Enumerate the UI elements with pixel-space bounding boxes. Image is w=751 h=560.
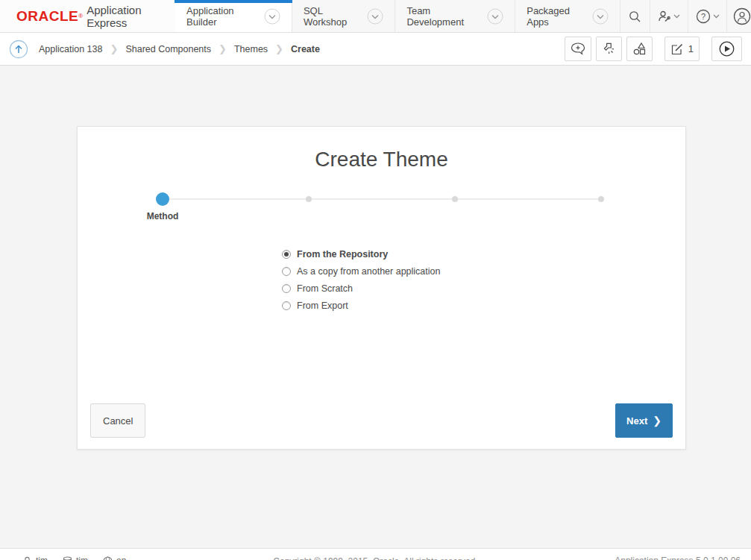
user-icon: [22, 556, 32, 560]
footer-user: tim: [22, 556, 48, 560]
administration-menu-button[interactable]: [650, 0, 689, 32]
wizard-step-pending-dot: [452, 196, 458, 202]
chevron-down-circle-icon[interactable]: [367, 8, 383, 25]
method-radio-group: From the Repository As a copy from anoth…: [282, 245, 440, 314]
tab-label: Packaged Apps: [527, 5, 585, 28]
shared-components-button[interactable]: [626, 37, 653, 61]
app-header: ORACLE® Application Express Application …: [0, 0, 751, 33]
database-icon: [63, 556, 72, 560]
account-icon: [733, 7, 751, 25]
oracle-apex-logo: ORACLE® Application Express: [0, 0, 175, 32]
help-icon: ?: [696, 9, 711, 24]
run-application-button[interactable]: [711, 37, 742, 61]
breadcrumb-create: Create: [291, 44, 320, 54]
breadcrumb-shared-components[interactable]: Shared Components: [125, 44, 211, 54]
edit-page-number: 1: [688, 43, 694, 54]
wizard-step-current-dot: [156, 192, 169, 206]
search-icon: [628, 10, 641, 23]
cancel-button-label: Cancel: [103, 415, 133, 427]
breadcrumb-application[interactable]: Application 138: [39, 44, 102, 54]
feedback-button[interactable]: [565, 37, 591, 61]
breadcrumb-separator: ❯: [219, 43, 227, 54]
chevron-down-icon: [673, 14, 680, 19]
registered-mark: ®: [78, 13, 83, 19]
page-footer: tim tim en Copyright © 1999, 2015, Oracl…: [0, 548, 751, 560]
search-button[interactable]: [620, 0, 650, 32]
next-button-label: Next: [626, 415, 647, 427]
spotlight-button[interactable]: [596, 37, 622, 61]
breadcrumb: Application 138 ❯ Shared Components ❯ Th…: [9, 40, 320, 59]
play-icon: [719, 41, 735, 57]
tab-application-builder[interactable]: Application Builder: [175, 0, 292, 32]
create-theme-wizard: Create Theme Method From the Repository …: [77, 126, 686, 450]
product-name: Application Express: [87, 4, 175, 29]
breadcrumb-themes[interactable]: Themes: [234, 44, 268, 54]
page-toolbar: 1: [565, 37, 742, 61]
footer-schema-name: tim: [76, 556, 88, 560]
radio-option-from-export[interactable]: From Export: [282, 297, 440, 314]
chevron-right-icon: ❯: [653, 415, 662, 427]
wizard-step-pending-dot: [598, 196, 604, 202]
radio-option-label: As a copy from another application: [297, 266, 440, 277]
page-body: Create Theme Method From the Repository …: [0, 66, 751, 548]
tab-sql-workshop[interactable]: SQL Workshop: [292, 0, 396, 32]
cancel-button[interactable]: Cancel: [90, 403, 145, 438]
radio-option-from-scratch[interactable]: From Scratch: [282, 280, 440, 297]
wizard-progress-line: [163, 198, 601, 200]
help-menu-button[interactable]: ?: [688, 0, 727, 32]
tab-label: Application Builder: [186, 5, 257, 28]
tab-packaged-apps[interactable]: Packaged Apps: [515, 0, 620, 32]
radio-selected-icon[interactable]: [282, 250, 291, 259]
footer-schema: tim: [63, 556, 88, 560]
version-text: Application Express 5.0.1.00.06: [615, 556, 741, 560]
account-menu-button[interactable]: [727, 0, 751, 32]
tab-label: SQL Workshop: [304, 5, 361, 28]
radio-option-label: From the Repository: [297, 249, 388, 259]
radio-option-copy-from-application[interactable]: As a copy from another application: [282, 262, 440, 280]
page-title: Create Theme: [78, 148, 685, 172]
radio-option-label: From Export: [297, 301, 348, 311]
wizard-step-label: Method: [133, 211, 192, 221]
next-button[interactable]: Next ❯: [615, 403, 673, 438]
edit-pencil-icon: [670, 43, 684, 56]
chevron-down-icon: [713, 14, 720, 19]
footer-user-name: tim: [36, 556, 48, 560]
radio-option-label: From Scratch: [297, 283, 353, 294]
wizard-step-pending-dot: [306, 196, 312, 202]
radio-unselected-icon[interactable]: [282, 284, 291, 293]
footer-language: en: [103, 556, 126, 560]
breadcrumb-separator: ❯: [275, 43, 283, 54]
shapes-icon: [632, 42, 647, 56]
radio-unselected-icon[interactable]: [282, 267, 291, 276]
radio-unselected-icon[interactable]: [282, 301, 291, 310]
flashlight-icon: [602, 42, 616, 56]
up-level-icon[interactable]: [9, 40, 28, 59]
admin-wrench-user-icon: [657, 10, 671, 23]
oracle-wordmark: ORACLE: [16, 8, 78, 25]
breadcrumb-bar: Application 138 ❯ Shared Components ❯ Th…: [0, 33, 751, 66]
chevron-down-circle-icon[interactable]: [264, 8, 280, 25]
svg-text:?: ?: [701, 12, 706, 21]
comment-plus-icon: [571, 43, 585, 55]
chevron-down-circle-icon[interactable]: [592, 8, 609, 25]
chevron-down-circle-icon[interactable]: [487, 8, 503, 25]
globe-icon: [103, 556, 113, 560]
footer-language-code: en: [116, 556, 126, 560]
tab-team-development[interactable]: Team Development: [395, 0, 515, 32]
breadcrumb-separator: ❯: [110, 43, 118, 54]
tab-label: Team Development: [406, 5, 480, 28]
edit-page-button[interactable]: 1: [664, 37, 700, 61]
radio-option-from-repository[interactable]: From the Repository: [282, 245, 440, 262]
